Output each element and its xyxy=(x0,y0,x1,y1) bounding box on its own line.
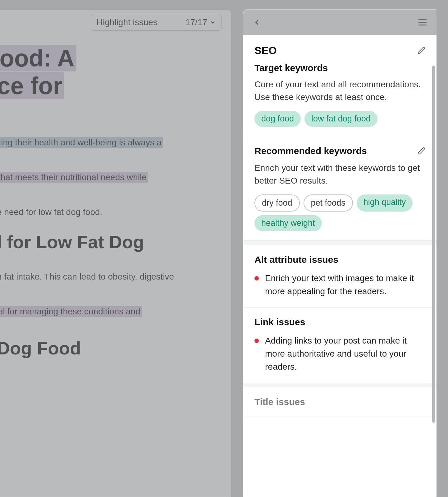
chevron-down-icon xyxy=(210,19,216,25)
keyword-pill[interactable]: dry food xyxy=(254,194,300,212)
article-body: Dog Food: A Choice for ring their health… xyxy=(0,35,231,368)
seo-section: SEO Target keywords Core of your text an… xyxy=(243,35,437,136)
alt-attribute-section: Alt attribute issues Enrich your text wi… xyxy=(243,245,437,308)
alt-issues-title: Alt attribute issues xyxy=(254,254,425,265)
title-highlight-2: Choice for xyxy=(0,72,64,99)
recommended-keywords-desc: Enrich your text with these keywords to … xyxy=(254,162,425,187)
edit-icon[interactable] xyxy=(417,47,425,55)
editor-pane: Highlight issues 17/17 Dog Food: A Choic… xyxy=(0,9,231,497)
sidebar-content[interactable]: SEO Target keywords Core of your text an… xyxy=(243,35,437,497)
text-highlight-blue: ring their health and well-being is alwa… xyxy=(0,137,163,148)
link-issues-section: Link issues Adding links to your post ca… xyxy=(243,308,437,383)
recommended-keywords-section: Recommended keywords Enrich your text wi… xyxy=(243,136,437,241)
article-paragraph: n fat intake. This can lead to obesity, … xyxy=(0,270,231,283)
link-issues-title: Link issues xyxy=(254,317,425,327)
issue-text: Enrich your text with images to make it … xyxy=(265,272,425,298)
keyword-pill[interactable]: high quality xyxy=(357,194,413,212)
issue-text: Adding links to your post can make it mo… xyxy=(265,334,425,373)
article-paragraph: ring their health and well-being is alwa… xyxy=(0,136,231,149)
article-subheading: Dog Food xyxy=(0,337,231,359)
section-gap xyxy=(243,241,437,245)
title-issues-title: Title issues xyxy=(254,397,425,407)
keyword-pill[interactable]: pet foods xyxy=(304,194,353,212)
highlight-issues-label: Highlight issues xyxy=(97,17,158,27)
issue-dot-icon xyxy=(254,339,259,343)
editor-toolbar: Highlight issues 17/17 xyxy=(0,10,231,35)
article-title: Dog Food: A Choice for xyxy=(0,44,205,99)
scrollbar-track[interactable] xyxy=(432,66,435,460)
highlight-issues-count: 17/17 xyxy=(185,17,207,27)
text-highlight-purple: that meets their nutritional needs while xyxy=(0,172,148,183)
title-highlight-1: Dog Food: A xyxy=(0,45,76,71)
article-paragraph: e need for low fat dog food. xyxy=(0,206,231,219)
keyword-pill[interactable]: low fat dog food xyxy=(304,111,377,127)
recommended-keywords-pills: dry food pet foods high quality healthy … xyxy=(254,194,425,231)
edit-icon[interactable] xyxy=(417,147,425,155)
highlight-issues-dropdown[interactable]: Highlight issues 17/17 xyxy=(91,14,222,31)
article-paragraph: that meets their nutritional needs while xyxy=(0,171,231,184)
keyword-pill[interactable]: dog food xyxy=(254,111,301,127)
issue-dot-icon xyxy=(254,276,259,280)
article-subheading: l for Low Fat Dog xyxy=(0,231,231,253)
title-issues-section: Title issues xyxy=(243,387,437,417)
keyword-pill[interactable]: healthy weight xyxy=(254,215,322,231)
seo-title: SEO xyxy=(254,44,277,57)
target-keywords-desc: Core of your text and all recommendation… xyxy=(254,78,425,103)
issue-item: Enrich your text with images to make it … xyxy=(254,272,425,298)
sidebar-header-dim xyxy=(243,10,437,35)
scrollbar-thumb[interactable] xyxy=(432,66,435,423)
recommended-keywords-title: Recommended keywords xyxy=(254,146,367,156)
issue-item: Adding links to your post can make it mo… xyxy=(254,334,425,373)
seo-sidebar: SEO Target keywords Core of your text an… xyxy=(243,9,437,497)
section-gap xyxy=(243,383,437,387)
text-highlight-purple: al for managing these conditions and xyxy=(0,306,142,317)
target-keywords-pills: dog food low fat dog food xyxy=(254,111,425,127)
target-keywords-title: Target keywords xyxy=(254,63,425,73)
article-paragraph: al for managing these conditions and xyxy=(0,305,231,318)
